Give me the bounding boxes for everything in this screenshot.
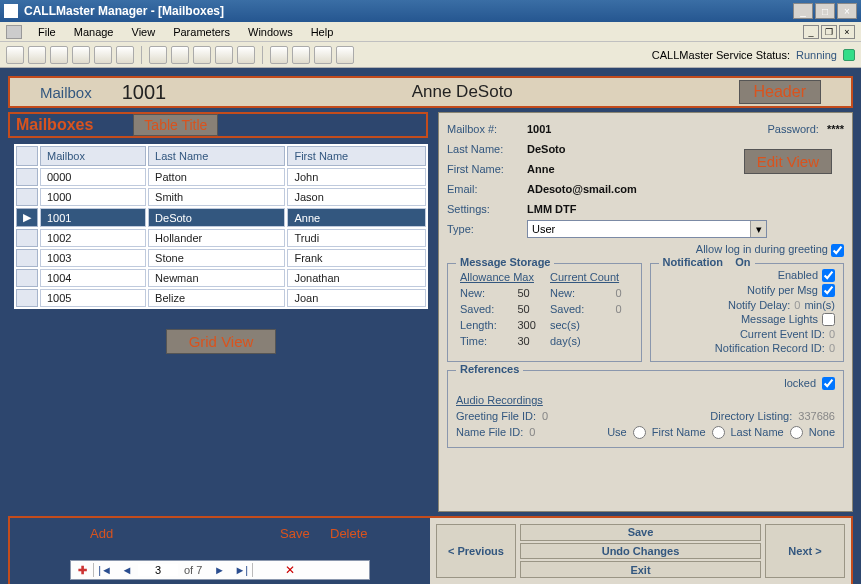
menu-parameters[interactable]: Parameters	[165, 24, 238, 40]
table-row[interactable]: 1002HollanderTrudi	[16, 229, 426, 247]
cell-firstname: Joan	[287, 289, 426, 307]
close-button[interactable]: ×	[837, 3, 857, 19]
cell-mailbox: 1004	[40, 269, 146, 287]
prev-record-button[interactable]: ◄	[116, 561, 138, 579]
current-event-id-label: Current Event ID:	[740, 328, 825, 340]
toolbar-btn-11[interactable]	[237, 46, 255, 64]
table-title-annotation: Table Title	[133, 114, 218, 136]
locked-checkbox[interactable]	[822, 377, 835, 390]
toolbar-btn-10[interactable]	[215, 46, 233, 64]
header-mailbox-name: Anne DeSoto	[412, 82, 513, 102]
mailbox-num-label: Mailbox #:	[447, 123, 527, 135]
first-record-button[interactable]: |◄	[94, 561, 116, 579]
delete-record-button[interactable]: ✕	[279, 561, 301, 579]
message-storage-legend: Message Storage	[456, 256, 554, 268]
minimize-button[interactable]: _	[793, 3, 813, 19]
notif-record-id-label: Notification Record ID:	[715, 342, 825, 354]
toolbar-btn-8[interactable]	[171, 46, 189, 64]
table-row[interactable]: 1005BelizeJoan	[16, 289, 426, 307]
mailbox-grid[interactable]: Mailbox Last Name First Name 0000PattonJ…	[14, 144, 428, 309]
toolbar-btn-12[interactable]	[270, 46, 288, 64]
allow-login-checkbox[interactable]	[831, 244, 844, 257]
use-last-radio[interactable]	[712, 426, 725, 439]
allowance-max-header: Allowance Max	[458, 270, 546, 284]
maximize-button[interactable]: □	[815, 3, 835, 19]
menu-file[interactable]: File	[30, 24, 64, 40]
name-file-label: Name File ID:	[456, 426, 523, 438]
service-status-value: Running	[796, 49, 837, 61]
table-row[interactable]: 1000SmithJason	[16, 188, 426, 206]
type-combobox[interactable]: User ▾	[527, 220, 767, 238]
enabled-label: Enabled	[778, 269, 818, 281]
mdi-close-button[interactable]: ×	[839, 25, 855, 39]
header-mailbox-id: 1001	[122, 81, 262, 104]
action-buttons: < Previous Save Undo Changes Exit Next >	[430, 518, 851, 584]
cell-lastname: DeSoto	[148, 208, 285, 227]
use-none-radio[interactable]	[790, 426, 803, 439]
next-button[interactable]: Next >	[765, 524, 845, 578]
mdi-minimize-button[interactable]: _	[803, 25, 819, 39]
record-position-input[interactable]	[138, 564, 178, 576]
toolbar-btn-6[interactable]	[116, 46, 134, 64]
previous-button[interactable]: < Previous	[436, 524, 516, 578]
row-selector[interactable]	[16, 229, 38, 247]
workspace: Mailbox 1001 Anne DeSoto Header Mailboxe…	[0, 68, 861, 584]
toolbar-btn-15[interactable]	[336, 46, 354, 64]
message-lights-checkbox[interactable]	[822, 313, 835, 326]
toolbar-btn-7[interactable]	[149, 46, 167, 64]
mdi-system-icon[interactable]	[6, 25, 22, 39]
notification-group: Notification On Enabled Notify per Msg N…	[650, 263, 845, 362]
current-count-header: Current Count	[548, 270, 631, 284]
chevron-down-icon[interactable]: ▾	[750, 221, 766, 237]
table-row[interactable]: 0000PattonJohn	[16, 168, 426, 186]
save-button[interactable]: Save	[520, 524, 761, 541]
col-firstname[interactable]: First Name	[287, 146, 426, 166]
toolbar-btn-1[interactable]	[6, 46, 24, 64]
bottom-area: Add Save Delete ✚ |◄ ◄ of 7 ► ►| ✕ < Pre…	[8, 516, 853, 584]
toolbar-btn-13[interactable]	[292, 46, 310, 64]
row-selector[interactable]	[16, 168, 38, 186]
table-row[interactable]: 1003StoneFrank	[16, 249, 426, 267]
menu-view[interactable]: View	[124, 24, 164, 40]
toolbar-btn-14[interactable]	[314, 46, 332, 64]
grid-rowhead	[16, 146, 38, 166]
settings-label: Settings:	[447, 203, 527, 215]
row-selector[interactable]	[16, 188, 38, 206]
menu-help[interactable]: Help	[303, 24, 342, 40]
undo-changes-button[interactable]: Undo Changes	[520, 543, 761, 560]
cell-lastname: Newman	[148, 269, 285, 287]
enabled-checkbox[interactable]	[822, 269, 835, 282]
menu-bar: File Manage View Parameters Windows Help…	[0, 22, 861, 42]
row-selector[interactable]	[16, 289, 38, 307]
row-selector[interactable]	[16, 269, 38, 287]
col-mailbox[interactable]: Mailbox	[40, 146, 146, 166]
table-row[interactable]: 1004NewmanJonathan	[16, 269, 426, 287]
menu-windows[interactable]: Windows	[240, 24, 301, 40]
table-row[interactable]: ▶1001DeSotoAnne	[16, 208, 426, 227]
exit-button[interactable]: Exit	[520, 561, 761, 578]
toolbar-btn-5[interactable]	[94, 46, 112, 64]
col-lastname[interactable]: Last Name	[148, 146, 285, 166]
use-first-radio[interactable]	[633, 426, 646, 439]
record-total-label: of 7	[178, 564, 208, 576]
new-cur-label: New:	[548, 286, 612, 300]
row-selector[interactable]	[16, 249, 38, 267]
type-label: Type:	[447, 223, 527, 235]
cell-lastname: Patton	[148, 168, 285, 186]
toolbar-btn-4[interactable]	[72, 46, 90, 64]
last-record-button[interactable]: ►|	[230, 561, 252, 579]
greeting-file-label: Greeting File ID:	[456, 410, 536, 422]
toolbar-btn-2[interactable]	[28, 46, 46, 64]
notify-delay-label: Notify Delay:	[728, 299, 790, 311]
mdi-restore-button[interactable]: ❐	[821, 25, 837, 39]
notify-per-msg-checkbox[interactable]	[822, 284, 835, 297]
add-record-button[interactable]: ✚	[71, 561, 93, 579]
toolbar-btn-3[interactable]	[50, 46, 68, 64]
save-record-button[interactable]	[253, 561, 279, 579]
directory-listing-val: 337686	[798, 410, 835, 422]
toolbar-btn-9[interactable]	[193, 46, 211, 64]
menu-manage[interactable]: Manage	[66, 24, 122, 40]
next-record-button[interactable]: ►	[208, 561, 230, 579]
row-selector[interactable]: ▶	[16, 208, 38, 227]
toolbar: CALLMaster Service Status: Running	[0, 42, 861, 68]
